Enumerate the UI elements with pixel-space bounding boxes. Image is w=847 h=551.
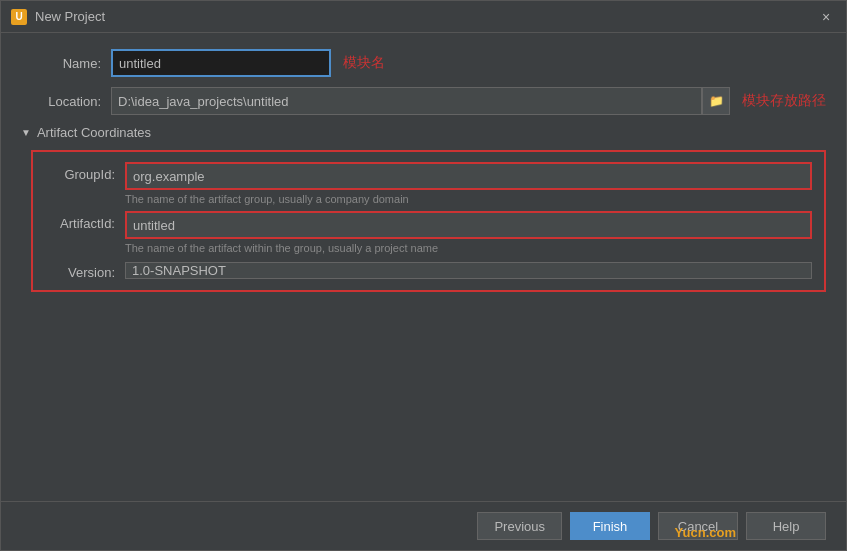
location-annotation: 模块存放路径 [742,92,826,110]
artifact-coordinates-section: GroupId: The name of the artifact group,… [31,150,826,292]
name-row: Name: 模块名 [21,49,826,77]
version-row: Version: 版本号 [45,260,812,280]
dialog-footer: Previous Finish Cancel Help Yucn.com [1,501,846,550]
groupid-hint: The name of the artifact group, usually … [125,193,812,205]
artifactid-input[interactable] [125,211,812,239]
version-field: 版本号 [125,262,812,279]
version-input[interactable] [125,262,812,279]
artifactid-label: ArtifactId: [45,211,125,231]
title-bar: U New Project × [1,1,846,33]
name-annotation: 模块名 [343,54,385,72]
previous-button[interactable]: Previous [477,512,562,540]
location-row: Location: 📁 模块存放路径 [21,87,826,115]
finish-button[interactable]: Finish [570,512,650,540]
collapse-chevron[interactable]: ▼ [21,127,31,138]
cancel-button[interactable]: Cancel [658,512,738,540]
artifact-section-title: Artifact Coordinates [37,125,151,140]
groupid-row: GroupId: The name of the artifact group,… [45,162,812,205]
artifactid-hint: The name of the artifact within the grou… [125,242,812,254]
name-label: Name: [21,56,111,71]
artifactid-row: ArtifactId: The name of the artifact wit… [45,211,812,254]
artifact-section-header: ▼ Artifact Coordinates [21,125,826,140]
dialog-title: New Project [35,9,105,24]
name-input[interactable] [111,49,331,77]
title-bar-left: U New Project [11,9,105,25]
version-label: Version: [45,260,125,280]
new-project-dialog: U New Project × Name: 模块名 Location: 📁 模块… [0,0,847,551]
artifactid-field: The name of the artifact within the grou… [125,211,812,254]
browse-button[interactable]: 📁 [702,87,730,115]
dialog-content: Name: 模块名 Location: 📁 模块存放路径 ▼ Artifact … [1,33,846,501]
groupid-input[interactable] [125,162,812,190]
location-input[interactable] [111,87,702,115]
app-icon: U [11,9,27,25]
groupid-field: The name of the artifact group, usually … [125,162,812,205]
location-label: Location: [21,94,111,109]
groupid-label: GroupId: [45,162,125,182]
close-button[interactable]: × [816,7,836,27]
help-button[interactable]: Help [746,512,826,540]
